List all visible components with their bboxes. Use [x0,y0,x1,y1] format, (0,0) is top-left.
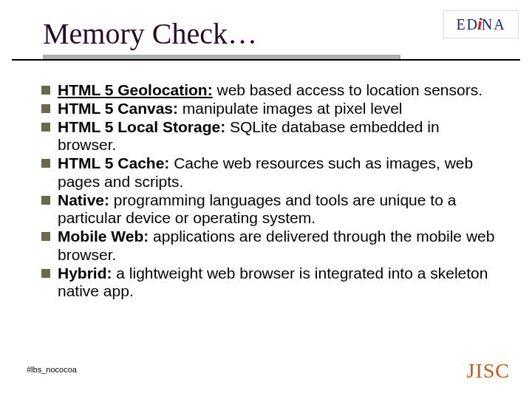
term: Hybrid: [58,265,112,282]
list-item-text: Mobile Web: applications are delivered t… [58,228,497,265]
slide: Memory Check… EDiNA HTML 5 Geolocation: … [0,0,532,399]
bullet-icon [41,86,50,95]
list-item: Mobile Web: applications are delivered t… [41,228,497,265]
bullet-list: HTML 5 Geolocation: web based access to … [41,81,497,301]
bullet-icon [41,269,50,278]
edina-logo: EDiNA [443,10,519,38]
bullet-icon [41,104,50,113]
list-item: HTML 5 Canvas: manipulate images at pixe… [41,100,497,118]
title-rule [12,59,520,61]
bullet-icon [41,196,50,205]
bullet-icon [41,232,50,241]
list-item-text: HTML 5 Cache: Cache web resources such a… [58,154,497,191]
edina-logo-i: i [477,14,482,34]
term: HTML 5 Cache: [58,154,169,171]
desc: manipulate images at pixel level [178,100,403,117]
list-item: HTML 5 Cache: Cache web resources such a… [41,154,497,191]
edina-logo-suffix: NA [482,16,506,33]
list-item-text: Hybrid: a lightweight web browser is int… [58,265,497,301]
list-item-text: HTML 5 Local Storage: SQLite database em… [58,118,497,155]
list-item: HTML 5 Local Storage: SQLite database em… [41,118,497,155]
bullet-icon [41,159,50,168]
desc: web based access to location sensors. [213,81,482,98]
list-item-text: HTML 5 Geolocation: web based access to … [58,81,497,100]
desc: a lightweight web browser is integrated … [58,265,488,300]
edina-logo-prefix: ED [456,16,479,33]
list-item: Native: programming languages and tools … [41,191,497,228]
list-item: Hybrid: a lightweight web browser is int… [41,265,497,301]
list-item-text: Native: programming languages and tools … [58,191,497,228]
hashtag: #lbs_nococoa [27,365,77,374]
bullet-icon [41,123,50,132]
term: HTML 5 Canvas: [58,100,178,117]
jisc-logo: JISC [467,359,510,383]
term: HTML 5 Geolocation: [58,81,213,98]
term: Native: [58,191,109,208]
list-item-text: HTML 5 Canvas: manipulate images at pixe… [58,100,497,118]
slide-title: Memory Check… [43,16,257,51]
term: Mobile Web: [58,228,149,245]
term: HTML 5 Local Storage: [58,118,225,135]
desc: programming languages and tools are uniq… [58,191,456,227]
list-item: HTML 5 Geolocation: web based access to … [41,81,497,100]
